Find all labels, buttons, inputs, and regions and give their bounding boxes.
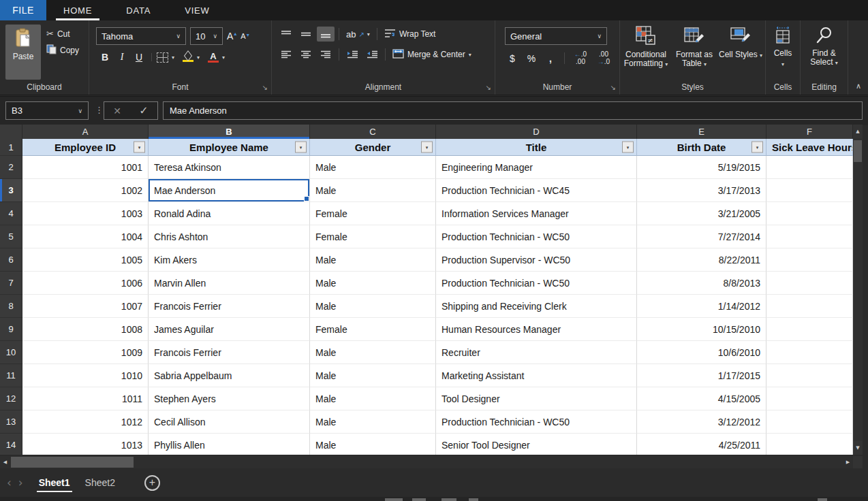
column-header-B[interactable]: B bbox=[149, 125, 310, 139]
cell-A3[interactable]: 1002 bbox=[22, 179, 149, 202]
cell-A13[interactable]: 1012 bbox=[22, 410, 149, 434]
decrease-indent-button[interactable] bbox=[363, 47, 381, 62]
cell-F11[interactable] bbox=[766, 364, 853, 387]
column-header-E[interactable]: E bbox=[637, 125, 766, 139]
header-cell-C[interactable]: Gender▾ bbox=[310, 139, 436, 156]
cell-F13[interactable] bbox=[766, 410, 853, 434]
cell-E12[interactable]: 4/15/2005 bbox=[637, 387, 766, 410]
cell-F3[interactable] bbox=[766, 179, 853, 202]
next-sheet-button[interactable]: › bbox=[18, 477, 23, 489]
row-header-1[interactable]: 1 bbox=[0, 139, 22, 156]
cell-D13[interactable]: Production Technician - WC50 bbox=[436, 410, 637, 434]
cell-E3[interactable]: 3/17/2013 bbox=[637, 179, 766, 202]
cell-B4[interactable]: Ronald Adina bbox=[149, 202, 310, 225]
align-top-button[interactable] bbox=[277, 27, 295, 42]
cell-E7[interactable]: 8/8/2013 bbox=[637, 272, 766, 295]
cell-B5[interactable]: Chris Ashton bbox=[149, 225, 310, 248]
cell-E5[interactable]: 7/27/2014 bbox=[637, 225, 766, 248]
cut-button[interactable]: ✂ Cut bbox=[46, 29, 79, 39]
cell-F4[interactable] bbox=[766, 202, 853, 225]
cell-D12[interactable]: Tool Designer bbox=[436, 387, 637, 410]
cell-E11[interactable]: 1/17/2015 bbox=[637, 364, 766, 387]
currency-format-button[interactable]: $ bbox=[505, 53, 520, 64]
formula-bar-grip-icon[interactable]: ⋮ bbox=[95, 105, 104, 115]
vertical-scrollbar[interactable]: ▲ ▼ bbox=[853, 125, 863, 455]
orientation-button[interactable]: ab ↗ ▾ bbox=[343, 29, 373, 39]
scroll-down-button[interactable]: ▼ bbox=[853, 441, 863, 455]
row-header-10[interactable]: 10 bbox=[0, 341, 22, 364]
add-sheet-button[interactable]: + bbox=[144, 475, 160, 491]
vertical-scroll-thumb[interactable] bbox=[854, 140, 862, 162]
scroll-right-button[interactable]: ▶ bbox=[843, 456, 853, 468]
cell-C4[interactable]: Female bbox=[310, 202, 436, 225]
font-family-combobox[interactable]: Tahoma ∨ bbox=[96, 27, 186, 45]
font-color-button[interactable]: A ▾ bbox=[208, 52, 225, 63]
cell-A9[interactable]: 1008 bbox=[22, 318, 149, 341]
cell-F5[interactable] bbox=[766, 225, 853, 248]
confirm-entry-button[interactable]: ✓ bbox=[139, 104, 148, 117]
percent-format-button[interactable]: % bbox=[524, 53, 539, 64]
shrink-font-button[interactable]: A ▾ bbox=[241, 32, 249, 40]
cell-A8[interactable]: 1007 bbox=[22, 295, 149, 318]
filter-button[interactable]: ▾ bbox=[134, 142, 145, 153]
cell-A11[interactable]: 1010 bbox=[22, 364, 149, 387]
cell-C5[interactable]: Female bbox=[310, 225, 436, 248]
cell-B12[interactable]: Stephen Ayers bbox=[149, 387, 310, 410]
cell-C9[interactable]: Female bbox=[310, 318, 436, 341]
cancel-entry-button[interactable]: ✕ bbox=[113, 106, 121, 116]
cell-F2[interactable] bbox=[766, 156, 853, 179]
previous-sheet-button[interactable]: ‹ bbox=[7, 477, 12, 489]
formula-input[interactable]: Mae Anderson bbox=[163, 101, 863, 120]
cell-C12[interactable]: Male bbox=[310, 387, 436, 410]
cell-D2[interactable]: Engineering Manager bbox=[436, 156, 637, 179]
cell-B3[interactable]: Mae Anderson bbox=[149, 179, 310, 202]
row-header-8[interactable]: 8 bbox=[0, 295, 22, 318]
row-header-6[interactable]: 6 bbox=[0, 248, 22, 272]
cells-button[interactable]: Cells ▾ bbox=[774, 25, 792, 80]
copy-button[interactable]: Copy bbox=[46, 44, 79, 56]
header-cell-E[interactable]: Birth Date▾ bbox=[637, 139, 766, 156]
filter-button[interactable]: ▾ bbox=[421, 142, 433, 153]
tab-view[interactable]: VIEW bbox=[168, 0, 226, 20]
row-header-3[interactable]: 3 bbox=[0, 179, 22, 202]
cell-E13[interactable]: 3/12/2012 bbox=[637, 410, 766, 434]
underline-button[interactable]: U bbox=[131, 52, 146, 63]
find-select-button[interactable]: Find & Select ▾ bbox=[801, 25, 848, 80]
column-header-C[interactable]: C bbox=[310, 125, 436, 139]
align-bottom-button[interactable] bbox=[317, 27, 335, 42]
decrease-decimal-button[interactable]: .00 →.0 bbox=[594, 51, 613, 65]
filter-button[interactable]: ▾ bbox=[622, 142, 634, 153]
filter-button[interactable]: ▾ bbox=[751, 142, 763, 153]
row-header-5[interactable]: 5 bbox=[0, 225, 22, 248]
cell-E10[interactable]: 10/6/2010 bbox=[637, 341, 766, 364]
row-header-11[interactable]: 11 bbox=[0, 364, 22, 387]
column-header-A[interactable]: A bbox=[22, 125, 149, 139]
cell-F10[interactable] bbox=[766, 341, 853, 364]
align-left-button[interactable] bbox=[277, 47, 295, 62]
cell-F6[interactable] bbox=[766, 248, 853, 272]
cell-D14[interactable]: Senior Tool Designer bbox=[436, 434, 637, 455]
cell-C2[interactable]: Male bbox=[310, 156, 436, 179]
cell-F7[interactable] bbox=[766, 272, 853, 295]
cell-E6[interactable]: 8/22/2011 bbox=[637, 248, 766, 272]
row-header-13[interactable]: 13 bbox=[0, 410, 22, 434]
number-dialog-launcher[interactable]: ↘ bbox=[610, 84, 616, 91]
font-size-combobox[interactable]: 10 ∨ bbox=[190, 27, 223, 45]
cell-C10[interactable]: Male bbox=[310, 341, 436, 364]
cell-F14[interactable] bbox=[766, 434, 853, 455]
alignment-dialog-launcher[interactable]: ↘ bbox=[486, 84, 491, 91]
cell-D7[interactable]: Production Technician - WC50 bbox=[436, 272, 637, 295]
merge-center-button[interactable]: Merge & Center ▾ bbox=[392, 49, 471, 61]
cell-B2[interactable]: Teresa Atkinson bbox=[149, 156, 310, 179]
horizontal-scroll-thumb[interactable] bbox=[11, 457, 134, 468]
cell-A12[interactable]: 1011 bbox=[22, 387, 149, 410]
row-header-9[interactable]: 9 bbox=[0, 318, 22, 341]
header-cell-F[interactable]: Sick Leave Hours bbox=[766, 139, 853, 156]
cell-D8[interactable]: Shipping and Receiving Clerk bbox=[436, 295, 637, 318]
align-right-button[interactable] bbox=[317, 47, 335, 62]
number-format-combobox[interactable]: General ∨ bbox=[505, 27, 607, 45]
increase-decimal-button[interactable]: ←.0 .00 bbox=[571, 51, 590, 65]
tab-data[interactable]: DATA bbox=[109, 0, 168, 20]
row-header-12[interactable]: 12 bbox=[0, 387, 22, 410]
row-header-4[interactable]: 4 bbox=[0, 202, 22, 225]
